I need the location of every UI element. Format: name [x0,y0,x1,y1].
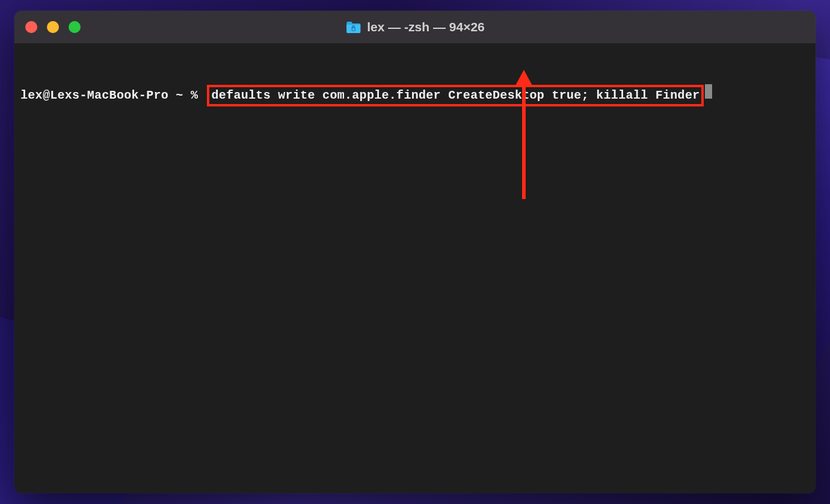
minimize-button[interactable] [47,21,59,33]
shell-prompt: lex@Lexs-MacBook-Pro ~ % [20,87,206,103]
svg-marker-3 [515,70,532,85]
terminal-window: lex — -zsh — 94×26 lex@Lexs-MacBook-Pro … [14,11,816,493]
window-title: lex — -zsh — 94×26 [345,20,485,34]
terminal-content[interactable]: lex@Lexs-MacBook-Pro ~ % defaults write … [14,43,816,493]
command-line[interactable]: lex@Lexs-MacBook-Pro ~ % defaults write … [20,84,810,106]
command-text: defaults write com.apple.finder CreateDe… [212,88,700,102]
close-button[interactable] [25,21,37,33]
window-title-text: lex — -zsh — 94×26 [367,20,485,34]
window-titlebar[interactable]: lex — -zsh — 94×26 [14,11,816,43]
maximize-button[interactable] [69,21,81,33]
folder-icon [345,20,361,34]
command-highlight-annotation: defaults write com.apple.finder CreateDe… [207,85,704,106]
window-controls [25,21,81,33]
text-cursor [705,84,712,99]
